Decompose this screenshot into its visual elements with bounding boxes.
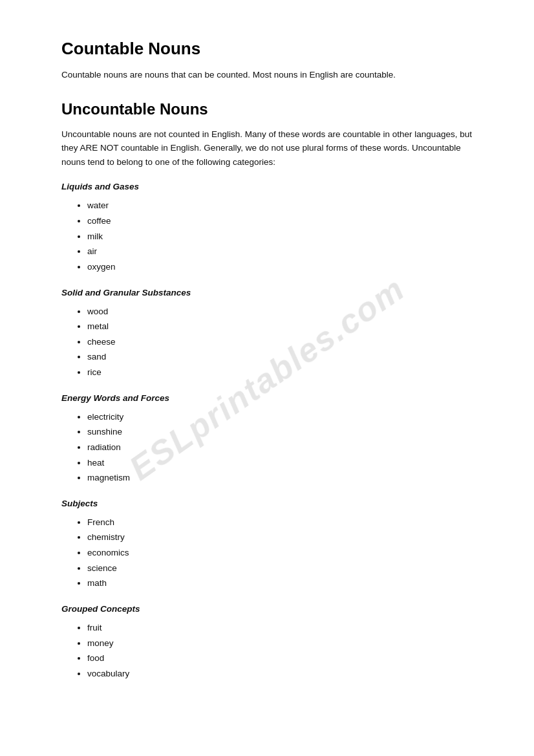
noun-list-3: Frenchchemistryeconomicssciencemath bbox=[87, 515, 473, 591]
list-item: coffee bbox=[87, 213, 473, 229]
list-item: rice bbox=[87, 365, 473, 380]
list-item: economics bbox=[87, 545, 473, 561]
category-title-3: Subjects bbox=[61, 499, 473, 508]
list-item: money bbox=[87, 636, 473, 651]
categories-container: Liquids and Gaseswatercoffeemilkairoxyge… bbox=[61, 182, 473, 681]
category-title-0: Liquids and Gases bbox=[61, 182, 473, 191]
category-title-1: Solid and Granular Substances bbox=[61, 288, 473, 297]
countable-title: Countable Nouns bbox=[61, 39, 473, 59]
uncountable-description: Uncountable nouns are not counted in Eng… bbox=[61, 127, 473, 169]
countable-description: Countable nouns are nouns that can be co… bbox=[61, 68, 473, 82]
list-item: French bbox=[87, 515, 473, 530]
noun-list-4: fruitmoneyfoodvocabulary bbox=[87, 620, 473, 682]
category-title-4: Grouped Concepts bbox=[61, 604, 473, 614]
list-item: air bbox=[87, 244, 473, 259]
noun-list-1: woodmetalcheesesandrice bbox=[87, 304, 473, 380]
noun-list-0: watercoffeemilkairoxygen bbox=[87, 198, 473, 274]
list-item: math bbox=[87, 576, 473, 591]
list-item: vocabulary bbox=[87, 666, 473, 682]
list-item: electricity bbox=[87, 409, 473, 425]
list-item: wood bbox=[87, 304, 473, 319]
list-item: magnetism bbox=[87, 470, 473, 486]
list-item: food bbox=[87, 651, 473, 666]
list-item: milk bbox=[87, 229, 473, 244]
uncountable-title: Uncountable Nouns bbox=[61, 100, 473, 118]
list-item: metal bbox=[87, 319, 473, 334]
list-item: oxygen bbox=[87, 259, 473, 275]
list-item: chemistry bbox=[87, 530, 473, 545]
noun-list-2: electricitysunshineradiationheatmagnetis… bbox=[87, 409, 473, 486]
list-item: cheese bbox=[87, 334, 473, 350]
list-item: heat bbox=[87, 455, 473, 471]
page-content: ESLprintables.com Countable Nouns Counta… bbox=[0, 0, 534, 724]
list-item: science bbox=[87, 561, 473, 576]
category-title-2: Energy Words and Forces bbox=[61, 393, 473, 403]
list-item: sand bbox=[87, 349, 473, 365]
list-item: radiation bbox=[87, 440, 473, 455]
list-item: fruit bbox=[87, 620, 473, 636]
list-item: water bbox=[87, 198, 473, 213]
list-item: sunshine bbox=[87, 424, 473, 440]
